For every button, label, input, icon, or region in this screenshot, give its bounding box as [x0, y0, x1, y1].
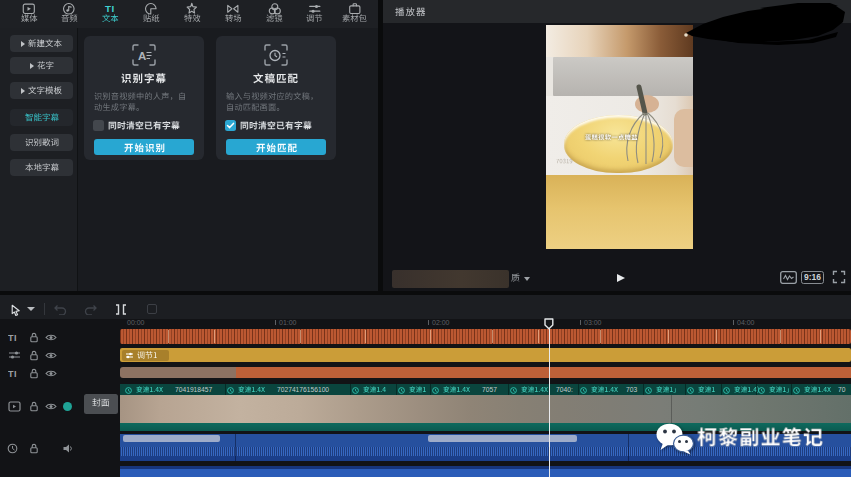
svg-text:TI: TI	[8, 369, 17, 379]
svg-text:TI: TI	[105, 3, 115, 14]
svg-text:A: A	[138, 50, 146, 62]
svg-text:TI: TI	[8, 333, 17, 343]
